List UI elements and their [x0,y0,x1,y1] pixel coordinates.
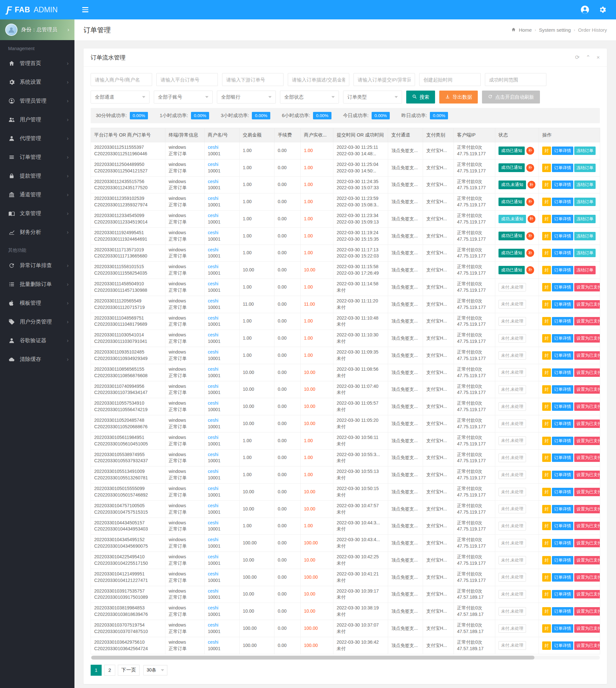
op-seal-button[interactable]: 封 [542,403,551,411]
op-seal-button[interactable]: 封 [542,607,551,616]
op-freeze-button[interactable]: 冻结订单 [574,164,596,172]
merchant-link[interactable]: ceshi [208,144,219,150]
patch-badge[interactable]: 补 [526,266,534,274]
op-seal-button[interactable]: 封 [542,488,551,496]
op-seal-button[interactable]: 封 [542,300,551,308]
op-seal-button[interactable]: 封 [542,249,551,257]
op-seal-button[interactable]: 封 [542,266,551,274]
sidebar-toggle-icon[interactable] [74,0,95,19]
sidebar-item-abnormal-order-check[interactable]: 异常订单排查› [0,256,74,275]
op-setpaid-button[interactable]: 设置为已支付 [574,488,600,496]
submit-ip-input[interactable] [353,73,415,86]
op-detail-button[interactable]: 订单详情 [552,146,573,155]
sidebar-item-order-management[interactable]: 订单管理› [0,148,74,166]
user-account-icon[interactable] [578,3,591,16]
op-seal-button[interactable]: 封 [542,556,551,565]
op-setpaid-button[interactable]: 设置为已支付 [574,351,600,360]
merchant-link[interactable]: ceshi [208,366,219,372]
op-setpaid-button[interactable]: 设置为已支付 [574,624,600,633]
op-setpaid-button[interactable]: 设置为已支付 [574,522,600,530]
op-seal-button[interactable]: 封 [542,539,551,547]
sidebar-item-template-management[interactable]: 模板管理› [0,294,74,313]
op-freeze-button[interactable]: 冻结订单 [574,181,596,189]
op-detail-button[interactable]: 订单详情 [552,334,573,343]
op-freeze-button[interactable]: 冻结订单 [574,198,596,206]
merchant-link[interactable]: ceshi [208,520,219,525]
sidebar-item-home[interactable]: 管理首页› [0,54,74,73]
merchant-link[interactable]: ceshi [208,503,219,508]
op-detail-button[interactable]: 订单详情 [552,181,573,189]
downstream-order-input[interactable] [222,73,284,86]
search-button[interactable]: 搜索 [406,91,435,104]
horizontal-scrollbar[interactable] [91,656,534,660]
op-setpaid-button[interactable]: 设置为已支付 [574,334,600,343]
sidebar-item-finance-analysis[interactable]: 财务分析› [0,223,74,242]
op-detail-button[interactable]: 订单详情 [552,522,573,530]
subaccount-select[interactable]: 全部子账号 [154,91,213,104]
op-setpaid-button[interactable]: 设置为已支付 [574,437,600,445]
op-seal-button[interactable]: 封 [542,232,551,240]
patch-badge[interactable]: 补 [528,215,535,223]
merchant-link[interactable]: ceshi [208,622,219,627]
op-setpaid-button[interactable]: 设置为已支付 [574,641,600,650]
sidebar-item-system-settings[interactable]: 系统设置› [0,73,74,92]
op-seal-button[interactable]: 封 [542,198,551,206]
op-detail-button[interactable]: 订单详情 [552,403,573,411]
merchant-link[interactable]: ceshi [208,486,219,491]
settings-gear-icon[interactable] [596,3,609,16]
export-button[interactable]: 导出数据 [439,91,478,104]
merchant-link[interactable]: ceshi [208,384,219,389]
op-detail-button[interactable]: 订单详情 [552,454,573,462]
op-detail-button[interactable]: 订单详情 [552,164,573,172]
merchant-link[interactable]: ceshi [208,213,219,218]
merchant-link[interactable]: ceshi [208,281,219,286]
op-freeze-button[interactable]: 冻结订单 [574,146,596,155]
op-seal-button[interactable]: 封 [542,368,551,377]
sidebar-item-admin-management[interactable]: 管理员管理› [0,92,74,110]
merchant-link[interactable]: ceshi [208,452,219,457]
op-seal-button[interactable]: 封 [542,590,551,598]
sidebar-item-channel-management[interactable]: 通道管理› [0,185,74,204]
op-setpaid-button[interactable]: 设置为已支付 [574,505,600,513]
merchant-link[interactable]: ceshi [208,605,219,610]
refresh-icon[interactable]: ⟳ [575,55,580,60]
sidebar-item-clear-cache[interactable]: 清除缓存› [0,350,74,369]
bank-select[interactable]: 全部银行 [217,91,276,104]
op-seal-button[interactable]: 封 [542,624,551,633]
merchant-link[interactable]: ceshi [208,640,219,645]
op-detail-button[interactable]: 订单详情 [552,573,573,581]
op-detail-button[interactable]: 订单详情 [552,232,573,240]
status-select[interactable]: 全部状态 [280,91,339,104]
op-setpaid-button[interactable]: 设置为已支付 [574,300,600,308]
merchant-search-input[interactable] [91,73,152,86]
op-setpaid-button[interactable]: 设置为已支付 [574,317,600,325]
op-seal-button[interactable]: 封 [542,181,551,189]
op-detail-button[interactable]: 订单详情 [552,300,573,308]
op-detail-button[interactable]: 订单详情 [552,471,573,479]
sidebar-item-agent-management[interactable]: 代理管理› [0,129,74,148]
merchant-link[interactable]: ceshi [208,332,219,337]
op-setpaid-button[interactable]: 设置为已支付 [574,573,600,581]
merchant-link[interactable]: ceshi [208,418,219,423]
sidebar-item-user-category-management[interactable]: 用户分类管理› [0,313,74,331]
op-detail-button[interactable]: 订单详情 [552,437,573,445]
profile-panel[interactable]: 身份：总管理员 › [0,19,74,40]
op-seal-button[interactable]: 封 [542,164,551,172]
sidebar-item-google-authenticator[interactable]: 谷歌验证器› [0,331,74,350]
op-freeze-button[interactable]: 冻结订单 [574,266,596,274]
patch-badge[interactable]: 补 [528,181,535,189]
merchant-link[interactable]: ceshi [208,588,219,594]
patch-badge[interactable]: 补 [526,198,534,206]
op-detail-button[interactable]: 订单详情 [552,641,573,650]
sidebar-item-withdraw-management[interactable]: 提款管理› [0,166,74,185]
merchant-link[interactable]: ceshi [208,315,219,321]
op-setpaid-button[interactable]: 设置为已支付 [574,556,600,565]
next-page-button[interactable]: 下一页 [118,665,139,676]
breadcrumb-home[interactable]: Home [519,27,532,33]
op-seal-button[interactable]: 封 [542,283,551,292]
op-seal-button[interactable]: 封 [542,419,551,428]
sidebar-item-article-management[interactable]: 文章管理› [0,204,74,223]
merchant-link[interactable]: ceshi [208,469,219,474]
breadcrumb-system-setting[interactable]: System setting [539,27,571,33]
page-1-button[interactable]: 1 [91,665,102,676]
